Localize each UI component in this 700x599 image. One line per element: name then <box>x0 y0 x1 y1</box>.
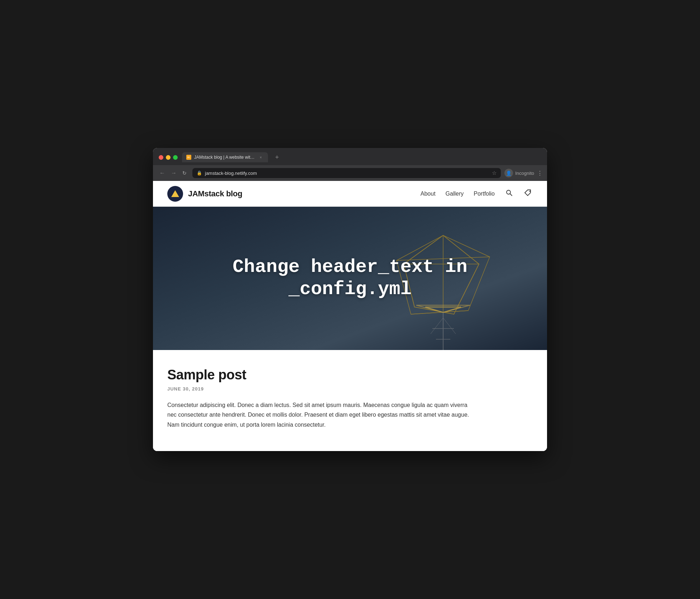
address-bar[interactable]: 🔒 jamstack-blog.netlify.com ☆ <box>192 168 501 178</box>
hero-heading-line1: Change header_text in <box>232 257 467 278</box>
forward-button[interactable]: → <box>169 168 179 178</box>
browser-titlebar: ✏ JAMstack blog | A website with b × + <box>153 148 547 165</box>
site-header: JAMstack blog About Gallery Portfolio <box>153 181 547 207</box>
post-date: JUNE 30, 2019 <box>167 386 533 392</box>
tab-favicon-icon: ✏ <box>186 155 191 160</box>
hero-section: Change header_text in _config.yml <box>153 207 547 350</box>
tags-button[interactable] <box>523 188 533 199</box>
back-button[interactable]: ← <box>157 168 167 178</box>
lock-icon: 🔒 <box>197 171 202 176</box>
nav-link-about[interactable]: About <box>421 191 436 197</box>
site-logo: JAMstack blog <box>167 186 242 202</box>
post-body: Consectetur adipiscing elit. Donec a dia… <box>167 400 475 430</box>
site-title: JAMstack blog <box>188 189 242 198</box>
content-section: Sample post JUNE 30, 2019 Consectetur ad… <box>153 350 547 451</box>
incognito-button[interactable]: 👤 Incognito <box>504 169 534 177</box>
traffic-lights <box>159 155 178 160</box>
svg-point-2 <box>529 191 531 192</box>
svg-line-15 <box>431 318 443 334</box>
url-display: jamstack-blog.netlify.com <box>205 171 489 176</box>
minimize-traffic-light[interactable] <box>166 155 171 160</box>
incognito-label: Incognito <box>515 171 534 176</box>
logo-icon <box>167 186 183 202</box>
close-traffic-light[interactable] <box>159 155 163 160</box>
browser-tab[interactable]: ✏ JAMstack blog | A website with b × <box>182 152 268 162</box>
hero-heading-line2: _config.yml <box>288 279 411 300</box>
nav-link-gallery[interactable]: Gallery <box>446 191 464 197</box>
post-title: Sample post <box>167 367 533 383</box>
toolbar-right: 👤 Incognito ⋮ <box>504 169 543 177</box>
search-button[interactable] <box>505 188 513 199</box>
svg-line-16 <box>443 318 456 334</box>
browser-menu-button[interactable]: ⋮ <box>537 170 543 177</box>
nav-buttons: ← → ↻ <box>157 168 189 178</box>
browser-window: ✏ JAMstack blog | A website with b × + ←… <box>153 148 547 451</box>
hero-text: Change header_text in _config.yml <box>232 256 467 301</box>
browser-chrome: ✏ JAMstack blog | A website with b × + ←… <box>153 148 547 181</box>
bookmark-button[interactable]: ☆ <box>492 170 497 176</box>
tab-title: JAMstack blog | A website with b <box>194 155 255 160</box>
svg-point-0 <box>507 190 510 194</box>
svg-line-17 <box>416 305 443 312</box>
incognito-icon: 👤 <box>504 169 513 177</box>
triangle-icon <box>171 190 179 197</box>
site-nav: About Gallery Portfolio <box>421 188 533 199</box>
hero-heading: Change header_text in _config.yml <box>232 256 467 301</box>
svg-line-1 <box>510 194 512 196</box>
website-content: JAMstack blog About Gallery Portfolio <box>153 181 547 451</box>
browser-toolbar: ← → ↻ 🔒 jamstack-blog.netlify.com ☆ 👤 In… <box>153 165 547 181</box>
refresh-button[interactable]: ↻ <box>180 169 189 177</box>
new-tab-button[interactable]: + <box>272 154 282 160</box>
nav-link-portfolio[interactable]: Portfolio <box>474 191 495 197</box>
tab-close-button[interactable]: × <box>258 154 264 160</box>
maximize-traffic-light[interactable] <box>173 155 178 160</box>
